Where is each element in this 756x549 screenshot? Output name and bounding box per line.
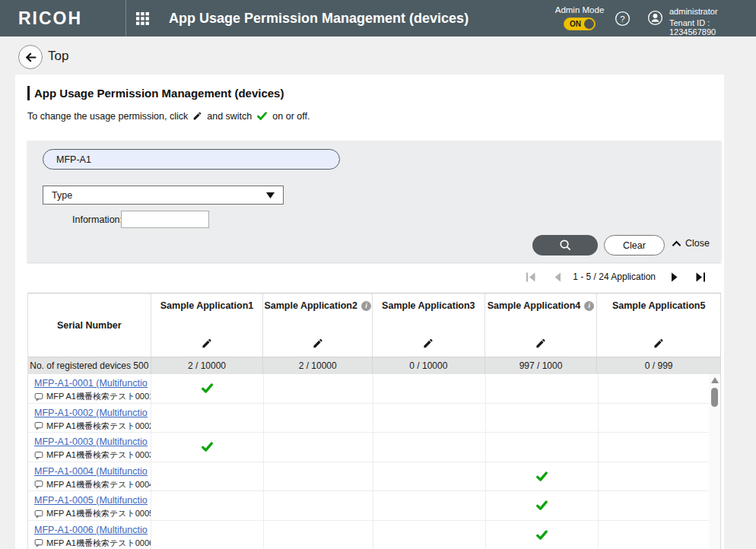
page-title: App Usage Permission Management (devices… xyxy=(34,87,284,100)
info-icon[interactable]: i xyxy=(361,301,371,311)
scroll-up-arrow-icon[interactable] xyxy=(711,377,719,383)
edit-pencil-icon[interactable] xyxy=(312,338,323,349)
page-title-wrap: App Usage Permission Management (devices… xyxy=(27,86,284,100)
device-link[interactable]: MFP-A1-0004 (Multifunctio... xyxy=(34,466,148,477)
registered-devices-label: No. of registered devices 500 xyxy=(28,357,151,374)
edit-pencil-icon[interactable] xyxy=(423,338,434,349)
vertical-scrollbar[interactable] xyxy=(709,374,720,549)
permission-cell[interactable] xyxy=(486,462,599,491)
permission-cell[interactable] xyxy=(151,374,264,403)
permission-cell[interactable] xyxy=(151,404,264,433)
information-input[interactable] xyxy=(121,211,209,228)
serial-cell: MFP-A1-0003 (Multifunctio...MFP A1機番検索テス… xyxy=(28,433,151,462)
permission-cell[interactable] xyxy=(151,462,264,491)
permission-cell[interactable] xyxy=(373,433,486,462)
instruction-mid: and switch xyxy=(207,111,252,122)
previous-page-icon[interactable] xyxy=(548,268,565,285)
permission-cell[interactable] xyxy=(599,374,710,403)
permission-cell[interactable] xyxy=(599,404,710,433)
device-note: MFP A1機番検索テスト0002 xyxy=(34,420,148,432)
next-page-icon[interactable] xyxy=(666,268,683,285)
device-link[interactable]: MFP-A1-0002 (Multifunctio... xyxy=(34,408,148,418)
permission-check-icon xyxy=(535,470,548,483)
admin-mode-toggle[interactable]: ON xyxy=(564,17,596,30)
user-name: administrator xyxy=(669,7,718,16)
edit-pencil-icon[interactable] xyxy=(201,338,212,349)
device-link[interactable]: MFP-A1-0003 (Multifunctio... xyxy=(34,436,148,447)
clear-button[interactable]: Clear xyxy=(604,235,665,255)
permission-cell[interactable] xyxy=(151,491,264,520)
back-button[interactable] xyxy=(18,45,43,69)
user-avatar-icon[interactable] xyxy=(647,10,663,29)
comment-icon xyxy=(34,451,43,460)
app-grid-icon[interactable] xyxy=(136,12,149,25)
permission-cell[interactable] xyxy=(486,491,599,520)
permission-check-icon xyxy=(535,499,548,512)
registered-devices-row: No. of registered devices 500 2 / 100002… xyxy=(28,357,720,374)
permission-cell[interactable] xyxy=(373,462,486,491)
permission-cell[interactable] xyxy=(599,521,710,549)
ricoh-logo: RICOH xyxy=(18,0,82,36)
first-page-icon[interactable] xyxy=(523,268,539,285)
table-header-row: Serial Number Sample Application1Sample … xyxy=(28,294,720,357)
pagination-label: 1 - 5 / 24 Application xyxy=(573,271,656,282)
permission-cell[interactable] xyxy=(599,491,710,520)
permission-cell[interactable] xyxy=(486,521,599,549)
comment-icon xyxy=(34,480,43,489)
usage-count: 2 / 10000 xyxy=(263,357,373,374)
permission-cell[interactable] xyxy=(151,521,264,549)
magnifier-icon xyxy=(559,239,572,252)
pencil-icon xyxy=(192,111,202,121)
permission-cell[interactable] xyxy=(599,462,710,491)
permission-cell[interactable] xyxy=(264,521,373,549)
device-link[interactable]: MFP-A1-0005 (Multifunctio... xyxy=(34,495,148,506)
info-icon[interactable]: i xyxy=(584,301,594,311)
admin-mode-label: Admin Mode xyxy=(549,5,610,14)
permission-check-icon xyxy=(201,382,214,395)
app-name: Sample Application3 xyxy=(382,300,475,311)
header-divider xyxy=(125,0,126,36)
device-link[interactable]: MFP-A1-0006 (Multifunctio... xyxy=(34,525,148,535)
comment-icon xyxy=(34,392,43,401)
permission-cell[interactable] xyxy=(486,433,599,462)
serial-cell: MFP-A1-0001 (Multifunctio...MFP A1機番検索テス… xyxy=(28,374,151,403)
help-icon[interactable]: ? xyxy=(615,11,631,30)
app-header: RICOH App Usage Permission Management (d… xyxy=(0,0,756,36)
permission-cell[interactable] xyxy=(486,374,599,403)
keyword-input[interactable] xyxy=(43,149,340,170)
permission-cell[interactable] xyxy=(264,404,373,433)
dropdown-caret-icon xyxy=(266,192,275,198)
device-note-text: MFP A1機番検索テスト0001 xyxy=(46,391,151,402)
permission-check-icon xyxy=(201,440,214,453)
pagination: 1 - 5 / 24 Application xyxy=(523,262,709,291)
serial-cell: MFP-A1-0006 (Multifunctio...MFP A1機番検索テス… xyxy=(28,521,151,549)
app-column-header: Sample Application1 xyxy=(151,294,264,357)
permission-cell[interactable] xyxy=(373,491,486,520)
app-name: Sample Application4 xyxy=(488,300,580,311)
permission-cell[interactable] xyxy=(151,433,264,462)
permission-cell[interactable] xyxy=(264,462,373,491)
type-select[interactable]: Type xyxy=(43,186,284,205)
permission-cell[interactable] xyxy=(373,374,486,403)
usage-count: 997 / 1000 xyxy=(485,357,598,374)
permission-cell[interactable] xyxy=(264,374,373,403)
type-select-label: Type xyxy=(52,190,72,201)
svg-text:?: ? xyxy=(620,14,624,24)
edit-pencil-icon[interactable] xyxy=(535,338,547,349)
permission-cell[interactable] xyxy=(264,433,373,462)
close-panel-control[interactable]: Close xyxy=(672,238,710,249)
edit-pencil-icon[interactable] xyxy=(653,338,665,349)
table-row: MFP-A1-0002 (Multifunctio...MFP A1機番検索テス… xyxy=(28,404,710,433)
permission-cell[interactable] xyxy=(373,521,486,549)
scrollbar-thumb[interactable] xyxy=(711,388,718,407)
check-icon xyxy=(256,110,268,122)
device-link[interactable]: MFP-A1-0001 (Multifunctio... xyxy=(34,378,148,389)
last-page-icon[interactable] xyxy=(692,268,709,285)
permission-cell[interactable] xyxy=(599,433,710,462)
permission-cell[interactable] xyxy=(373,404,486,433)
serial-cell: MFP-A1-0004 (Multifunctio...MFP A1機番検索テス… xyxy=(28,462,151,491)
permission-cell[interactable] xyxy=(264,491,373,520)
permission-cell[interactable] xyxy=(486,404,599,433)
search-button[interactable] xyxy=(532,235,598,255)
back-label[interactable]: Top xyxy=(48,49,68,64)
